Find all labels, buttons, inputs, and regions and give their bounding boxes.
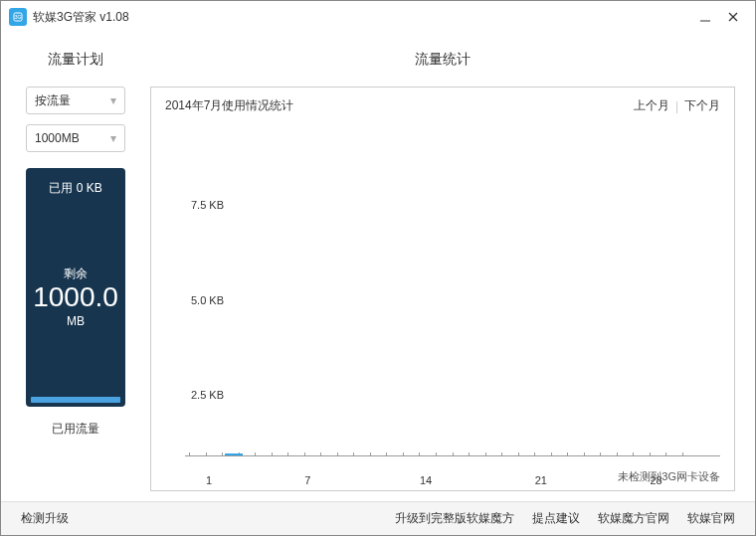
x-tickmark bbox=[682, 452, 683, 456]
x-tickmark bbox=[584, 452, 585, 456]
next-month-button[interactable]: 下个月 bbox=[684, 97, 720, 114]
x-tick: 14 bbox=[420, 474, 432, 486]
x-tickmark bbox=[353, 452, 354, 456]
titlebar: 3G 软媒3G管家 v1.08 bbox=[1, 1, 755, 33]
used-label: 已用 0 KB bbox=[49, 180, 101, 197]
x-tickmark bbox=[453, 452, 454, 456]
x-tickmark bbox=[189, 452, 190, 456]
quota-select[interactable]: 1000MB ▾ bbox=[26, 124, 125, 152]
right-panel: 流量统计 2014年7月使用情况统计 上个月 | 下个月 7.5 KB 5.0 … bbox=[150, 41, 735, 491]
x-tickmark bbox=[206, 452, 207, 456]
chart-box: 2014年7月使用情况统计 上个月 | 下个月 7.5 KB 5.0 KB 2.… bbox=[150, 87, 735, 491]
plan-title: 流量计划 bbox=[48, 51, 103, 69]
x-tickmark bbox=[518, 452, 519, 456]
footer: 检测升级 升级到完整版软媒魔方 提点建议 软媒魔方官网 软媒官网 bbox=[1, 501, 755, 535]
mode-select-value: 按流量 bbox=[35, 92, 71, 109]
x-tickmark bbox=[272, 452, 273, 456]
usage-gauge: 已用 0 KB 剩余 1000.0 MB bbox=[26, 168, 125, 407]
x-tickmark bbox=[436, 452, 437, 456]
window-title: 软媒3G管家 v1.08 bbox=[33, 9, 129, 26]
remain-unit: MB bbox=[67, 314, 85, 328]
x-tick: 21 bbox=[535, 474, 547, 486]
x-tickmark bbox=[501, 452, 502, 456]
mofang-site-link[interactable]: 软媒魔方官网 bbox=[598, 510, 669, 527]
svg-text:3G: 3G bbox=[15, 14, 22, 20]
ruanmei-site-link[interactable]: 软媒官网 bbox=[687, 510, 735, 527]
x-tickmark bbox=[633, 452, 634, 456]
chart-body: 7.5 KB 5.0 KB 2.5 KB 17142128 bbox=[165, 124, 720, 490]
upgrade-full-link[interactable]: 升级到完整版软媒魔方 bbox=[395, 510, 514, 527]
y-tick: 5.0 KB bbox=[191, 294, 224, 306]
mode-select[interactable]: 按流量 ▾ bbox=[26, 87, 125, 114]
x-tickmark bbox=[617, 452, 618, 456]
x-tickmark bbox=[650, 452, 651, 456]
device-status: 未检测到3G网卡设备 bbox=[618, 469, 720, 484]
x-tickmark bbox=[337, 452, 338, 456]
x-tickmark bbox=[304, 452, 305, 456]
x-tickmark bbox=[419, 452, 420, 456]
chevron-down-icon: ▾ bbox=[110, 93, 116, 107]
remain-value: 1000.0 bbox=[33, 282, 118, 313]
left-panel: 流量计划 按流量 ▾ 1000MB ▾ 已用 0 KB 剩余 1000.0 MB… bbox=[21, 41, 130, 491]
x-tickmark bbox=[386, 452, 387, 456]
nav-separator: | bbox=[675, 99, 678, 113]
stats-title: 流量统计 bbox=[150, 51, 735, 69]
quota-select-value: 1000MB bbox=[35, 131, 80, 145]
x-tickmark bbox=[665, 452, 666, 456]
gauge-caption: 已用流量 bbox=[52, 421, 99, 438]
x-tickmark bbox=[370, 452, 371, 456]
x-tickmark bbox=[600, 452, 601, 456]
x-tickmark bbox=[320, 452, 321, 456]
feedback-link[interactable]: 提点建议 bbox=[532, 510, 580, 527]
x-tickmark bbox=[255, 452, 256, 456]
app-window: 3G 软媒3G管家 v1.08 流量计划 按流量 ▾ 1000MB ▾ 已用 0… bbox=[0, 0, 756, 536]
x-tickmark bbox=[469, 452, 470, 456]
gauge-fill-bar bbox=[31, 397, 120, 403]
chart-title: 2014年7月使用情况统计 bbox=[165, 97, 293, 114]
x-tickmark bbox=[534, 452, 535, 456]
check-update-link[interactable]: 检测升级 bbox=[21, 510, 69, 527]
x-tickmark bbox=[403, 452, 404, 456]
y-tick: 7.5 KB bbox=[191, 199, 224, 211]
x-tickmark bbox=[485, 452, 486, 456]
chevron-down-icon: ▾ bbox=[110, 131, 116, 145]
close-button[interactable] bbox=[719, 7, 747, 27]
content: 流量计划 按流量 ▾ 1000MB ▾ 已用 0 KB 剩余 1000.0 MB… bbox=[1, 33, 755, 491]
x-tickmark bbox=[567, 452, 568, 456]
app-icon: 3G bbox=[9, 8, 27, 26]
minimize-button[interactable] bbox=[691, 7, 719, 27]
prev-month-button[interactable]: 上个月 bbox=[634, 97, 669, 114]
x-tickmark bbox=[551, 452, 552, 456]
remain-label: 剩余 bbox=[64, 266, 88, 282]
chart-highlight bbox=[225, 453, 243, 455]
x-tick: 1 bbox=[206, 474, 212, 486]
x-tick: 7 bbox=[304, 474, 310, 486]
x-tickmark bbox=[287, 452, 288, 456]
chart-header: 2014年7月使用情况统计 上个月 | 下个月 bbox=[151, 88, 734, 124]
x-tickmark bbox=[222, 452, 223, 456]
y-tick: 2.5 KB bbox=[191, 389, 224, 401]
